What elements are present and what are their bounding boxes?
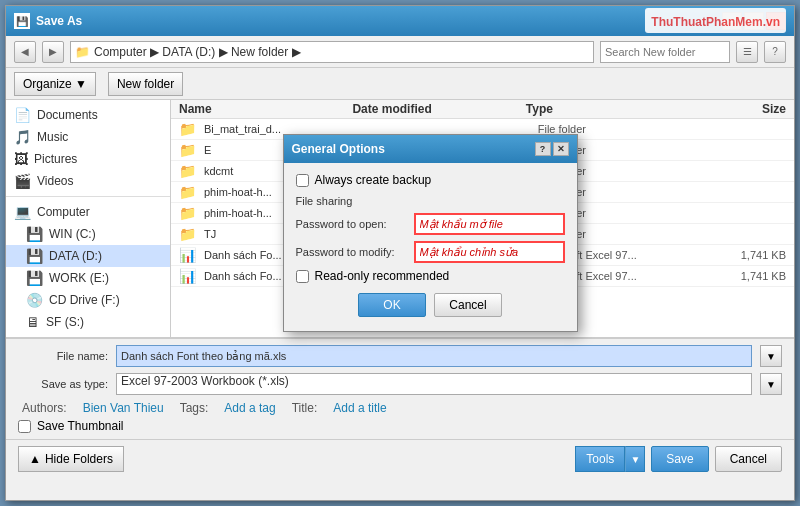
password-modify-input[interactable] (414, 241, 565, 263)
dialog-ok-button[interactable]: OK (358, 293, 426, 317)
readonly-checkbox[interactable] (296, 270, 309, 283)
dialog-overlay: General Options ? ✕ Always create backup… (6, 6, 794, 500)
backup-label: Always create backup (315, 173, 432, 187)
readonly-label: Read-only recommended (315, 269, 450, 283)
readonly-row: Read-only recommended (296, 269, 565, 283)
dialog-controls: ? ✕ (535, 142, 569, 156)
main-window: ThuThuatPhanMem.vn 💾 Save As ─ □ ✕ ◀ ▶ 📁… (5, 5, 795, 501)
watermark-tld: .vn (763, 15, 780, 29)
dialog-close-button[interactable]: ✕ (553, 142, 569, 156)
watermark-text2: PhanMem (706, 15, 763, 29)
password-modify-row: Password to modify: (296, 241, 565, 263)
dialog-btn-row: OK Cancel (296, 293, 565, 321)
watermark: ThuThuatPhanMem.vn (645, 8, 786, 33)
dialog-title-text: General Options (292, 142, 385, 156)
file-sharing-label: File sharing (296, 195, 565, 207)
dialog-cancel-button[interactable]: Cancel (434, 293, 502, 317)
dialog-body: Always create backup File sharing Passwo… (284, 163, 577, 331)
password-modify-label: Password to modify: (296, 246, 406, 258)
backup-checkbox[interactable] (296, 174, 309, 187)
watermark-text1: ThuThuat (651, 15, 706, 29)
backup-row: Always create backup (296, 173, 565, 187)
password-open-row: Password to open: (296, 213, 565, 235)
dialog-help-button[interactable]: ? (535, 142, 551, 156)
general-options-dialog: General Options ? ✕ Always create backup… (283, 134, 578, 332)
ok-label: OK (383, 298, 400, 312)
cancel-label: Cancel (449, 298, 486, 312)
password-open-input[interactable] (414, 213, 565, 235)
password-open-label: Password to open: (296, 218, 406, 230)
dialog-title-bar: General Options ? ✕ (284, 135, 577, 163)
